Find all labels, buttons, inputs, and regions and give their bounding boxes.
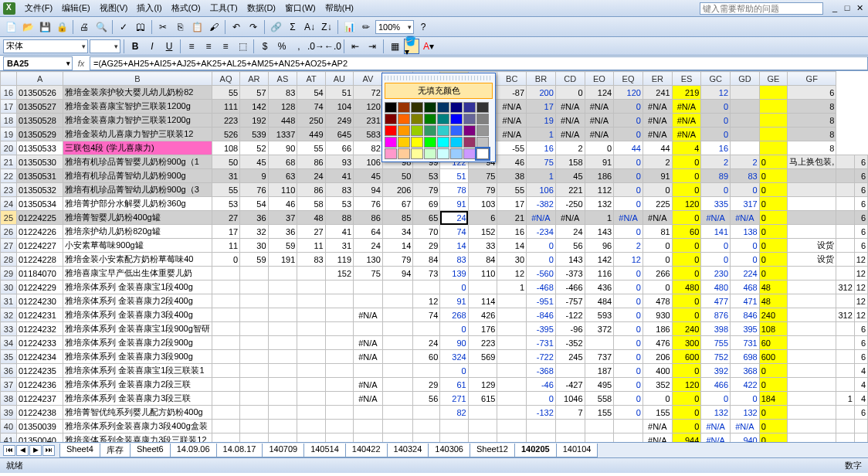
cell[interactable]: 480 [672,280,701,294]
row-header[interactable]: 35 [1,350,17,364]
cell[interactable]: 398 [701,322,731,336]
cell[interactable]: 67 [382,197,413,211]
cell[interactable]: 110 [268,183,297,197]
cell[interactable]: 雅培有机珍品菁智幼儿奶粉900g [63,169,212,183]
cell[interactable]: 600 [672,350,701,364]
col-header[interactable]: AU [325,72,353,86]
cell[interactable]: 0 [614,336,643,350]
cell[interactable]: 110 [468,267,497,280]
cell[interactable]: 雅培菁智婴儿奶粉400g罐 [63,211,212,225]
cell[interactable]: 0 [555,86,585,100]
sheet-tab[interactable]: 140104 [556,444,598,457]
cell[interactable]: 50 [382,169,413,183]
cell[interactable] [836,434,854,443]
cell[interactable]: 41 [325,225,353,239]
color-swatch[interactable] [424,114,436,124]
chart-icon[interactable]: 📊 [341,19,357,35]
cell[interactable]: 940 [731,434,760,443]
cell[interactable]: 53 [212,197,239,211]
help-search-input[interactable] [700,2,823,15]
cell[interactable]: 94 [354,183,383,197]
cell[interactable]: 0 [759,406,787,420]
cell[interactable]: 46 [268,197,297,211]
cell[interactable]: 12 [854,294,867,308]
cell[interactable] [836,197,854,211]
cell[interactable]: 6 [854,336,867,350]
cell[interactable] [555,420,585,434]
sheet-tab[interactable]: 14.09.06 [170,444,217,457]
cell[interactable]: 72 [354,86,383,100]
cell[interactable] [382,364,413,378]
cell[interactable]: 85 [382,211,413,225]
cell[interactable]: 132 [701,406,731,420]
cell[interactable] [759,86,787,100]
cell[interactable]: 83 [440,253,468,267]
cell[interactable]: 0 [701,183,731,197]
cell[interactable]: 01224236 [16,378,63,392]
cell[interactable] [212,434,239,443]
cell[interactable]: 63 [268,169,297,183]
cell[interactable] [731,86,760,100]
col-header[interactable] [1,72,17,86]
cell[interactable]: 64 [354,225,383,239]
cell[interactable] [354,280,383,294]
cell[interactable]: -722 [527,350,556,364]
row-header[interactable]: 28 [1,253,17,267]
cell[interactable]: 01224234 [16,350,63,364]
cell[interactable]: 55 [212,86,239,100]
cell[interactable]: 66 [325,141,353,155]
cell[interactable]: 68 [268,155,297,169]
cell[interactable]: 01224227 [16,239,63,253]
fx-icon[interactable]: fx [73,59,90,68]
color-swatch[interactable] [424,137,436,148]
cell[interactable]: 230 [701,267,731,280]
cell[interactable]: 223 [468,336,497,350]
cell[interactable]: 583 [354,128,383,141]
cell[interactable]: 52 [240,141,268,155]
cell[interactable] [497,420,527,434]
cell[interactable]: 0 [614,169,643,183]
row-header[interactable]: 33 [1,322,17,336]
cell[interactable]: 60 [759,336,787,350]
cell[interactable] [325,350,353,364]
cell[interactable]: 0 [759,169,787,183]
cell[interactable]: 152 [468,225,497,239]
sheet-tab[interactable]: 库存 [100,444,131,457]
color-swatch[interactable] [476,114,489,124]
col-header[interactable]: AT [297,72,325,86]
cell[interactable] [413,280,440,294]
cell[interactable]: 0 [614,155,643,169]
cell[interactable]: #N/A [731,420,760,434]
row-header[interactable]: 19 [1,128,17,141]
cell[interactable]: 12 [614,253,643,267]
cell[interactable] [212,308,239,322]
cell[interactable] [325,420,353,434]
sheet-tab[interactable]: 14.08.17 [216,444,263,457]
cell[interactable] [836,322,854,336]
cell[interactable]: 53 [325,197,353,211]
cell[interactable]: 93 [325,155,353,169]
color-swatch[interactable] [424,125,436,136]
cell[interactable] [382,308,413,322]
cell[interactable]: 372 [585,322,614,336]
cell[interactable]: -373 [555,267,585,280]
cell[interactable] [759,114,787,128]
cell[interactable] [413,420,440,434]
cell[interactable]: 56 [555,239,585,253]
cell[interactable]: 0 [759,364,787,378]
minimize-icon[interactable]: _ [829,3,840,14]
cell[interactable] [497,336,527,350]
cell[interactable] [240,392,268,406]
cell[interactable]: 16 [527,141,556,155]
cell[interactable]: 0 [731,239,760,253]
cell[interactable] [440,420,468,434]
name-box[interactable]: BA25 [3,56,73,70]
cell[interactable] [836,225,854,239]
cell[interactable] [497,350,527,364]
print-icon[interactable]: 🖨 [76,19,92,35]
cell[interactable]: 8 [788,100,836,114]
cell[interactable]: 45 [240,155,268,169]
cell[interactable] [788,308,836,322]
cell[interactable] [497,434,527,443]
cell[interactable]: #N/A [555,128,585,141]
